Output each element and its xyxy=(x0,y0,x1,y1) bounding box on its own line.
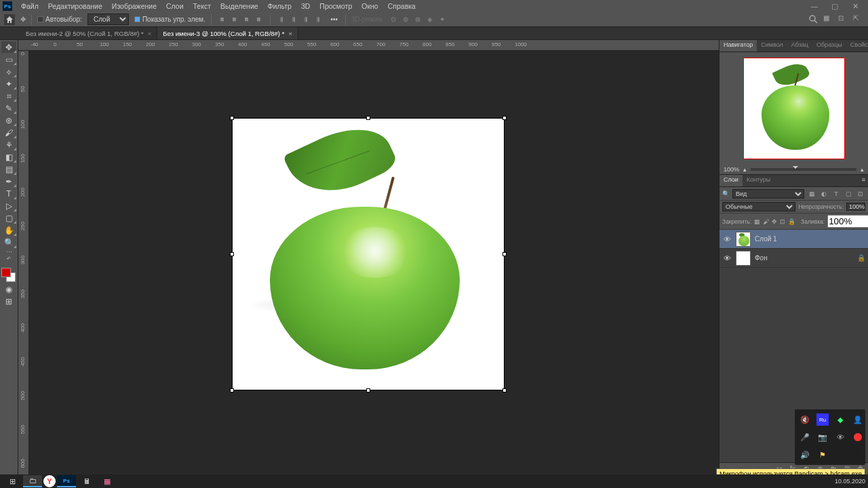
lock-position-icon[interactable]: ✥ xyxy=(772,218,777,225)
blend-mode-dropdown[interactable]: Обычные xyxy=(722,202,795,211)
screenmode-tool[interactable]: ⊞ xyxy=(1,296,16,307)
path-tool[interactable]: ▷ xyxy=(1,200,16,211)
character-tab[interactable]: Символ xyxy=(757,40,787,52)
transform-handle[interactable] xyxy=(366,116,370,120)
tray-date[interactable]: 10.05.2020 xyxy=(835,478,865,485)
menu-3d[interactable]: 3D xyxy=(296,1,315,11)
minimize-button[interactable]: — xyxy=(804,2,825,10)
transform-handle[interactable] xyxy=(230,252,234,256)
menu-edit[interactable]: Редактирование xyxy=(43,1,107,11)
transform-handle[interactable] xyxy=(502,252,507,256)
rec-webcam-icon[interactable]: 👤 xyxy=(852,413,864,426)
horizontal-ruler[interactable]: -400501001502002503003504004505005506006… xyxy=(18,40,719,51)
vertical-ruler[interactable]: 050100150200250300350400450500550600 xyxy=(18,51,29,474)
pen-tool[interactable]: ✒ xyxy=(1,176,16,187)
layer-thumb[interactable] xyxy=(736,251,751,266)
document-tab[interactable]: Без имени-3 @ 100% (Слой 1, RGB/8#) * × xyxy=(157,27,298,39)
filter-shape-icon[interactable]: ▢ xyxy=(844,189,853,199)
menu-window[interactable]: Окно xyxy=(357,1,382,11)
marquee-tool[interactable]: ▭ xyxy=(1,54,16,65)
maximize-button[interactable]: ▢ xyxy=(825,2,845,10)
paragraph-tab[interactable]: Абзац xyxy=(787,40,812,52)
fill-input[interactable] xyxy=(827,215,868,228)
align-left-icon[interactable]: ≡ xyxy=(217,14,228,25)
layer-row[interactable]: 👁 Слой 1 xyxy=(719,230,868,249)
menu-text[interactable]: Текст xyxy=(189,1,216,11)
shape-tool[interactable]: ▢ xyxy=(1,212,16,224)
canvas[interactable] xyxy=(233,119,504,390)
close-tab-icon[interactable]: × xyxy=(288,30,292,37)
frame-icon[interactable]: ⊡ xyxy=(838,14,849,25)
menu-select[interactable]: Выделение xyxy=(216,1,263,11)
opacity-input[interactable] xyxy=(846,203,865,211)
rec-camera-icon[interactable]: 📷 xyxy=(816,431,829,443)
lock-pixels-icon[interactable]: ▦ xyxy=(754,218,760,225)
layer-filter-dropdown[interactable]: Вид xyxy=(732,189,804,199)
distribute-icon[interactable]: ⫴ xyxy=(313,14,323,25)
rec-sound-icon[interactable]: 🔇 xyxy=(799,413,811,426)
transform-handle[interactable] xyxy=(502,116,507,120)
color-swatches[interactable] xyxy=(1,268,16,283)
hand-tool[interactable]: ✋ xyxy=(1,224,16,236)
layer-thumb[interactable] xyxy=(736,232,751,247)
menu-view[interactable]: Просмотр xyxy=(315,1,357,11)
visibility-icon[interactable]: 👁 xyxy=(722,235,732,243)
visibility-icon[interactable]: 👁 xyxy=(722,254,732,262)
start-button[interactable]: ⊞ xyxy=(3,475,22,487)
transform-handle[interactable] xyxy=(230,388,234,392)
layers-tab[interactable]: Слои xyxy=(719,175,743,186)
swatches-tab[interactable]: Образцы xyxy=(812,40,846,52)
rec-speaker-icon[interactable]: 🔊 xyxy=(799,449,811,461)
viewport[interactable] xyxy=(29,51,719,474)
close-button[interactable]: ✕ xyxy=(845,2,865,10)
wand-tool[interactable]: ✦ xyxy=(1,78,16,89)
type-tool[interactable]: T xyxy=(1,188,16,199)
panel-menu-icon[interactable]: ≡ xyxy=(859,175,868,186)
menu-layers[interactable]: Слои xyxy=(161,1,189,11)
navigator-tab[interactable]: Навигатор xyxy=(719,40,757,52)
menu-help[interactable]: Справка xyxy=(383,1,420,11)
share-icon[interactable]: ⇱ xyxy=(853,14,864,25)
record-button[interactable] xyxy=(852,431,864,443)
default-colors-icon[interactable]: ↶ xyxy=(1,256,16,262)
search-icon[interactable] xyxy=(808,14,819,25)
filter-smart-icon[interactable]: ⊡ xyxy=(856,189,865,199)
photoshop-icon[interactable]: Ps xyxy=(57,475,76,487)
lock-artboard-icon[interactable]: ⊡ xyxy=(780,218,785,225)
move-tool[interactable]: ✥ xyxy=(1,41,16,53)
rec-ru-icon[interactable]: Ru xyxy=(816,413,829,426)
heal-tool[interactable]: ⊛ xyxy=(1,115,16,126)
distribute-icon[interactable]: ⫴ xyxy=(276,14,287,25)
calculator-icon[interactable]: 🖩 xyxy=(77,475,96,487)
eraser-tool[interactable]: ◧ xyxy=(1,151,16,163)
more-icon[interactable]: ••• xyxy=(329,14,340,25)
zoom-out-icon[interactable]: ▴ xyxy=(743,166,747,173)
zoom-in-icon[interactable]: ▴ xyxy=(861,166,864,173)
workspace-icon[interactable]: ▦ xyxy=(823,14,834,25)
rec-eye-icon[interactable]: 👁 xyxy=(834,431,846,443)
home-icon[interactable] xyxy=(4,14,15,25)
filter-image-icon[interactable]: ▦ xyxy=(807,189,816,199)
yandex-icon[interactable]: Y xyxy=(43,475,56,487)
brush-tool[interactable]: 🖌 xyxy=(1,127,16,138)
transform-handle[interactable] xyxy=(502,388,507,392)
rec-flag-icon[interactable]: ⚑ xyxy=(816,449,829,461)
transform-handle[interactable] xyxy=(230,116,234,120)
layer-name[interactable]: Фон xyxy=(755,254,853,262)
align-center-h-icon[interactable]: ≡ xyxy=(229,14,240,25)
filter-text-icon[interactable]: T xyxy=(831,189,841,199)
crop-tool[interactable]: ⌗ xyxy=(1,90,16,102)
filter-adjust-icon[interactable]: ◐ xyxy=(819,189,829,199)
rec-check-icon[interactable]: ◆ xyxy=(834,413,846,426)
layer-name[interactable]: Слой 1 xyxy=(755,235,865,243)
layer-row[interactable]: 👁 Фон 🔒 xyxy=(719,249,868,268)
distribute-icon[interactable]: ⫴ xyxy=(300,14,311,25)
close-tab-icon[interactable]: × xyxy=(148,30,152,37)
paths-tab[interactable]: Контуры xyxy=(743,175,774,186)
quickmask-tool[interactable]: ◉ xyxy=(1,283,16,295)
zoom-tool[interactable]: 🔍 xyxy=(1,237,16,248)
edit-toolbar[interactable]: ⋯ xyxy=(1,249,16,256)
properties-tab[interactable]: Свойства xyxy=(846,40,868,52)
lock-all-icon[interactable]: 🔒 xyxy=(788,218,795,225)
eyedropper-tool[interactable]: ✎ xyxy=(1,102,16,114)
